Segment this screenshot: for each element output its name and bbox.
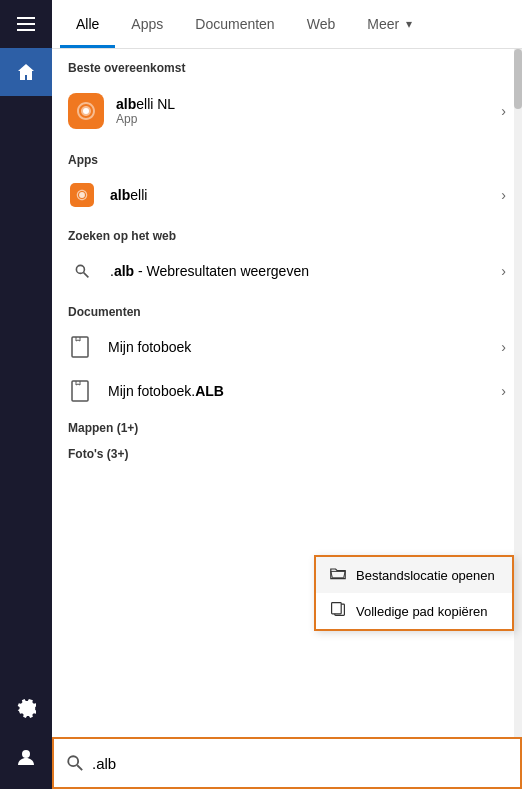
app-albelli-item[interactable]: albelli › xyxy=(52,173,522,217)
context-menu-open-location[interactable]: Bestandslocatie openen xyxy=(316,557,512,593)
sidebar xyxy=(0,0,52,789)
doc-fotoboek-alb-chevron: › xyxy=(501,383,506,399)
section-beste-overeenkomst: Beste overeenkomst xyxy=(52,49,522,81)
context-menu-copy-label: Volledige pad kopiëren xyxy=(356,604,488,619)
app-albelli-title: albelli xyxy=(110,187,501,203)
svg-point-2 xyxy=(79,192,85,198)
albelli-app-icon xyxy=(68,93,104,129)
tab-alle[interactable]: Alle xyxy=(60,0,115,48)
scrollbar-thumb[interactable] xyxy=(514,49,522,109)
user-icon xyxy=(16,747,36,767)
doc-fotoboek-title: Mijn fotoboek xyxy=(108,339,501,355)
tab-bar: Alle Apps Documenten Web Meer ▾ xyxy=(52,0,522,49)
app-albelli-text: albelli xyxy=(110,187,501,203)
context-menu-copy-path[interactable]: Volledige pad kopiëren xyxy=(316,593,512,629)
copy-icon xyxy=(330,601,346,621)
tab-apps[interactable]: Apps xyxy=(115,0,179,48)
doc-fotoboek-alb-title: Mijn fotoboek.ALB xyxy=(108,383,501,399)
best-match-subtitle: App xyxy=(116,112,501,126)
search-bar xyxy=(52,737,522,789)
section-apps: Apps xyxy=(52,141,522,173)
context-menu-open-label: Bestandslocatie openen xyxy=(356,568,495,583)
doc-fotoboek-alb-item[interactable]: Mijn fotoboek.ALB › xyxy=(52,369,522,413)
web-search-title: .alb - Webresultaten weergeven xyxy=(110,263,501,279)
doc-fotoboek-text: Mijn fotoboek xyxy=(108,339,501,355)
svg-line-4 xyxy=(84,273,89,278)
svg-point-1 xyxy=(83,108,89,114)
svg-line-10 xyxy=(77,765,82,770)
section-fotos: Foto's (3+) xyxy=(52,439,522,465)
tab-web[interactable]: Web xyxy=(291,0,352,48)
scrollbar-track xyxy=(514,49,522,737)
tab-documenten[interactable]: Documenten xyxy=(179,0,290,48)
svg-point-0 xyxy=(22,750,30,758)
search-bar-icon xyxy=(66,754,84,772)
hamburger-button[interactable] xyxy=(0,0,52,48)
best-match-chevron: › xyxy=(501,103,506,119)
doc-fotoboek-alb-text: Mijn fotoboek.ALB xyxy=(108,383,501,399)
doc-fotoboek-alb-icon xyxy=(68,379,92,403)
albelli-small-icon xyxy=(68,181,96,209)
search-results: Beste overeenkomst albelli NL App › xyxy=(52,49,522,789)
svg-rect-8 xyxy=(332,603,342,614)
search-input[interactable] xyxy=(92,755,508,772)
context-menu: Bestandslocatie openen Volledige pad kop… xyxy=(314,555,514,631)
web-search-chevron: › xyxy=(501,263,506,279)
web-search-item[interactable]: .alb - Webresultaten weergeven › xyxy=(52,249,522,293)
doc-fotoboek-icon xyxy=(68,335,92,359)
doc-fotoboek-chevron: › xyxy=(501,339,506,355)
web-search-icon xyxy=(68,257,96,285)
svg-point-9 xyxy=(68,756,78,766)
home-button[interactable] xyxy=(0,48,52,96)
best-match-text: albelli NL App xyxy=(116,96,501,126)
best-match-item[interactable]: albelli NL App › xyxy=(52,81,522,141)
settings-button[interactable] xyxy=(0,685,52,733)
app-albelli-chevron: › xyxy=(501,187,506,203)
tab-meer[interactable]: Meer ▾ xyxy=(351,0,428,48)
user-button[interactable] xyxy=(0,733,52,781)
settings-icon xyxy=(16,699,36,719)
home-icon xyxy=(16,62,36,82)
section-mappen: Mappen (1+) xyxy=(52,413,522,439)
hamburger-icon xyxy=(17,17,35,31)
main-panel: Alle Apps Documenten Web Meer ▾ Beste ov… xyxy=(52,0,522,789)
folder-open-icon xyxy=(330,565,346,585)
doc-fotoboek-item[interactable]: Mijn fotoboek › xyxy=(52,325,522,369)
best-match-title: albelli NL xyxy=(116,96,501,112)
section-documenten: Documenten xyxy=(52,293,522,325)
web-search-text: .alb - Webresultaten weergeven xyxy=(110,263,501,279)
section-web: Zoeken op het web xyxy=(52,217,522,249)
svg-point-3 xyxy=(76,265,84,273)
chevron-down-icon: ▾ xyxy=(406,17,412,31)
